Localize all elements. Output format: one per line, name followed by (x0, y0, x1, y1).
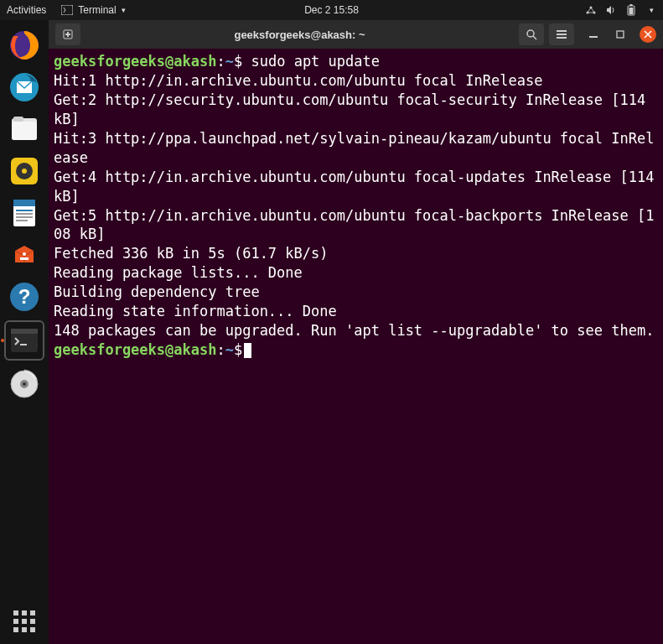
svg-point-14 (22, 169, 27, 174)
menu-button[interactable] (549, 23, 574, 45)
minimize-button[interactable] (586, 27, 601, 42)
titlebar: geeksforgeeks@akash: ~ (49, 20, 663, 49)
prompt-user: geeksforgeeks@akash (54, 341, 216, 358)
new-tab-button[interactable] (55, 23, 80, 45)
prompt-path: ~ (225, 341, 234, 358)
svg-rect-39 (589, 36, 598, 38)
svg-rect-19 (16, 216, 33, 218)
output-line: Hit:3 http://ppa.launchpad.net/sylvain-p… (54, 129, 658, 168)
svg-rect-40 (617, 31, 624, 38)
maximize-icon (616, 30, 624, 39)
svg-rect-0 (61, 5, 73, 15)
hamburger-icon (556, 29, 567, 40)
terminal-icon[interactable] (4, 320, 44, 361)
svg-rect-26 (11, 329, 38, 334)
cursor (244, 343, 251, 358)
app-menu-label: Terminal (78, 4, 116, 16)
output-line: Reading package lists... Done (54, 263, 658, 283)
svg-rect-20 (16, 220, 28, 221)
help-icon[interactable]: ? (6, 278, 43, 315)
minimize-icon (589, 30, 598, 39)
files-icon[interactable] (6, 111, 43, 148)
output-line: Fetched 336 kB in 5s (61.7 kB/s) (54, 244, 658, 263)
svg-rect-10 (12, 122, 37, 140)
output-line: Hit:1 http://in.archive.ubuntu.com/ubunt… (54, 71, 658, 91)
close-button[interactable] (640, 26, 656, 43)
top-panel: Activities Terminal ▾ Dec 2 15:58 ▾ (0, 0, 663, 20)
window-title: geeksforgeeks@akash: ~ (85, 29, 514, 41)
svg-point-31 (23, 382, 26, 386)
terminal-window: geeksforgeeks@akash: ~ geeksforgeeks@aka… (49, 20, 663, 644)
maximize-button[interactable] (613, 27, 628, 42)
volume-icon[interactable] (606, 5, 616, 15)
output-line: Reading state information... Done (54, 302, 658, 321)
prompt-path: ~ (225, 53, 234, 70)
prompt-line: geeksforgeeks@akash:~$ sudo apt update (54, 52, 658, 71)
dock: ? (0, 20, 49, 644)
network-icon[interactable] (586, 5, 596, 15)
svg-rect-5 (630, 4, 633, 6)
svg-rect-37 (557, 34, 567, 35)
new-tab-icon (62, 29, 74, 40)
svg-rect-18 (16, 213, 33, 215)
output-line: Building dependency tree (54, 283, 658, 302)
prompt-line: geeksforgeeks@akash:~$ (54, 340, 658, 360)
terminal-output[interactable]: geeksforgeeks@akash:~$ sudo apt update H… (49, 49, 663, 644)
svg-text:?: ? (18, 285, 31, 308)
show-apps-button[interactable] (13, 610, 35, 632)
battery-icon[interactable] (626, 5, 636, 15)
svg-rect-34 (65, 34, 70, 35)
writer-icon[interactable] (6, 195, 43, 231)
svg-rect-11 (13, 117, 23, 122)
command-text: sudo apt update (251, 53, 380, 70)
svg-rect-27 (20, 344, 27, 345)
svg-rect-17 (16, 210, 33, 211)
terminal-app-icon (61, 5, 73, 15)
disc-icon[interactable] (6, 366, 43, 402)
svg-rect-36 (557, 30, 567, 32)
close-icon (644, 30, 652, 39)
activities-button[interactable]: Activities (7, 4, 46, 16)
output-line: Get:2 http://security.ubuntu.com/ubuntu … (54, 91, 658, 129)
search-icon (526, 29, 537, 40)
svg-rect-38 (557, 37, 567, 39)
output-line: Get:5 http://in.archive.ubuntu.com/ubunt… (54, 206, 658, 245)
clock[interactable]: Dec 2 15:58 (304, 4, 359, 16)
search-button[interactable] (519, 23, 544, 45)
firefox-icon[interactable] (6, 27, 43, 64)
svg-point-35 (527, 30, 534, 37)
svg-rect-6 (629, 8, 634, 14)
thunderbird-icon[interactable] (6, 69, 43, 106)
chevron-down-icon[interactable]: ▾ (646, 5, 656, 15)
app-menu[interactable]: Terminal ▾ (61, 4, 125, 16)
chevron-down-icon: ▾ (122, 6, 126, 14)
svg-rect-21 (20, 257, 28, 260)
svg-rect-16 (13, 200, 35, 206)
svg-point-22 (23, 252, 26, 256)
rhythmbox-icon[interactable] (6, 153, 43, 190)
output-line: 148 packages can be upgraded. Run 'apt l… (54, 321, 658, 340)
software-icon[interactable] (6, 236, 43, 273)
output-line: Get:4 http://in.archive.ubuntu.com/ubunt… (54, 168, 658, 206)
prompt-user: geeksforgeeks@akash (54, 53, 216, 70)
